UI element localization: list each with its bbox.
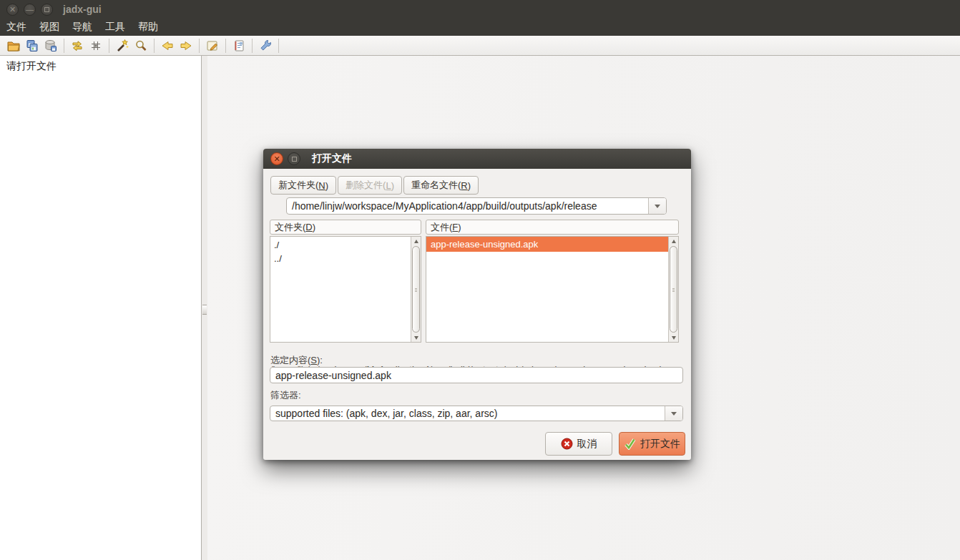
search-icon[interactable]: [132, 37, 150, 54]
window-title: jadx-gui: [63, 4, 102, 15]
menu-tools[interactable]: 工具: [99, 19, 132, 36]
files-header[interactable]: 文件(F): [426, 220, 679, 235]
delete-file-button: 删除文件(L): [338, 176, 402, 195]
toolbar-separator: [225, 39, 226, 53]
file-tree-panel[interactable]: 请打开文件: [0, 56, 202, 560]
toolbar-separator: [199, 39, 200, 53]
path-value: /home/linjw/workspace/MyApplication4/app…: [287, 200, 648, 212]
filter-combobox[interactable]: supported files: (apk, dex, jar, class, …: [270, 406, 683, 421]
menu-help[interactable]: 帮助: [132, 19, 165, 36]
scrollbar-thumb[interactable]: [412, 246, 420, 333]
dialog-button-row: 取消 打开文件: [263, 432, 691, 456]
toolbar-separator: [64, 39, 64, 53]
close-icon[interactable]: ✕: [6, 4, 19, 16]
filter-value: supported files: (apk, dex, jar, class, …: [270, 408, 665, 419]
scrollbar-thumb[interactable]: [670, 246, 677, 333]
chevron-down-icon[interactable]: [665, 406, 682, 421]
path-combobox[interactable]: /home/linjw/workspace/MyApplication4/app…: [286, 197, 667, 215]
list-item[interactable]: ./: [270, 238, 411, 252]
cancel-label: 取消: [577, 438, 597, 451]
scroll-up-icon[interactable]: [669, 237, 678, 245]
toolbar-separator: [278, 39, 279, 53]
scroll-down-icon[interactable]: [669, 333, 678, 342]
list-item-selected[interactable]: app-release-unsigned.apk: [426, 237, 668, 252]
app-window: ✕ — jadx-gui 文件 视图 导航 工具 帮助: [0, 0, 960, 560]
filter-label: 筛选器:: [270, 389, 301, 402]
cancel-icon: [561, 438, 573, 450]
dialog-actions: 新文件夹(N) 删除文件(L) 重命名文件(R): [270, 176, 479, 195]
scroll-down-icon[interactable]: [411, 333, 421, 342]
folders-scrollbar[interactable]: [411, 237, 421, 342]
new-folder-button[interactable]: 新文件夹(N): [270, 176, 336, 195]
splitter-grip[interactable]: [202, 305, 207, 315]
menubar: 文件 视图 导航 工具 帮助: [0, 19, 960, 36]
dialog-maximize-icon[interactable]: [288, 152, 300, 165]
panel-splitter[interactable]: [202, 56, 207, 560]
check-icon: [624, 438, 636, 450]
window-titlebar: ✕ — jadx-gui: [0, 0, 960, 19]
log-viewer-icon[interactable]: [230, 37, 248, 54]
dialog-titlebar[interactable]: ✕ 打开文件: [263, 149, 691, 169]
open-file-dialog: ✕ 打开文件 新文件夹(N) 删除文件(L) 重命名文件(R) /home/li…: [263, 149, 691, 460]
toolbar: [0, 36, 960, 56]
dialog-title: 打开文件: [312, 152, 352, 165]
menu-view[interactable]: 视图: [33, 19, 66, 36]
menu-navigation[interactable]: 导航: [66, 19, 99, 36]
export-icon[interactable]: [41, 37, 60, 54]
magic-wand-icon[interactable]: [113, 37, 132, 54]
toolbar-separator: [109, 39, 109, 53]
list-item[interactable]: ../: [270, 252, 411, 265]
cancel-button[interactable]: 取消: [545, 432, 612, 456]
preferences-icon[interactable]: [203, 37, 222, 54]
maximize-icon[interactable]: [41, 4, 53, 16]
files-list[interactable]: app-release-unsigned.apk: [426, 236, 679, 343]
save-all-icon[interactable]: [23, 37, 41, 54]
files-scrollbar[interactable]: [668, 237, 678, 342]
selection-input[interactable]: [270, 367, 683, 383]
settings-wrench-icon[interactable]: [256, 37, 275, 54]
sync-icon[interactable]: [68, 37, 87, 54]
open-file-label: 打开文件: [640, 438, 680, 451]
forward-icon[interactable]: [177, 37, 195, 54]
back-icon[interactable]: [158, 37, 177, 54]
chevron-down-icon[interactable]: [648, 198, 666, 214]
toolbar-separator: [154, 39, 155, 53]
folders-header[interactable]: 文件夹(D): [270, 220, 421, 235]
dialog-close-icon[interactable]: ✕: [270, 152, 283, 165]
open-file-icon[interactable]: [4, 37, 23, 54]
scroll-up-icon[interactable]: [411, 237, 421, 245]
open-file-hint: 请打开文件: [0, 56, 201, 77]
folders-list[interactable]: ./ ../: [270, 236, 421, 343]
minimize-icon[interactable]: —: [24, 4, 36, 16]
rename-file-button[interactable]: 重命名文件(R): [403, 176, 479, 195]
open-file-button[interactable]: 打开文件: [619, 432, 685, 456]
toolbar-separator: [252, 39, 253, 53]
deobfuscation-icon[interactable]: [87, 37, 105, 54]
menu-file[interactable]: 文件: [0, 19, 33, 36]
